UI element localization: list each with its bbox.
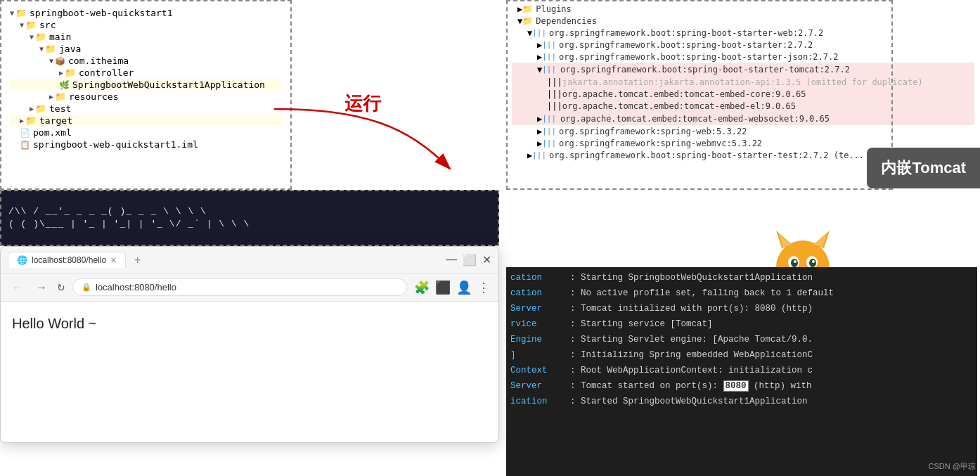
arrow-icon: ▶	[512, 52, 542, 62]
log-line-2: cation : No active profile set, falling …	[506, 285, 977, 301]
log-message: : Starting SpringbootWebQuickstart1Appli…	[570, 271, 973, 285]
dep-icon: |||	[512, 77, 562, 87]
tree-app-class[interactable]: 🌿 SpringbootWebQuickstart1Application	[10, 79, 282, 91]
tree-pom-label: pom.xml	[33, 127, 72, 138]
maximize-button[interactable]: ⬜	[463, 253, 477, 266]
tree-app-label: SpringbootWebQuickstart1Application	[72, 79, 265, 90]
dep-text: org.springframework:spring-web:5.3.22	[559, 127, 747, 136]
folder-icon: 📁	[55, 91, 66, 102]
minimize-button[interactable]: —	[446, 253, 457, 266]
log-line-6: ] : Initializing Spring embedded WebAppl…	[506, 347, 977, 363]
dep-starter-web[interactable]: ▼ ||| org.springframework.boot:spring-bo…	[512, 27, 974, 39]
back-button[interactable]: ←	[9, 280, 26, 295]
browser-toolbar: 🧩 ⬛ 👤 ⋮	[414, 280, 490, 295]
ascii-line-2: ( ( )\___ | '_ | '_| | '_ \/ _` | \ \ \	[8, 218, 491, 231]
dep-tomcat[interactable]: ▼ ||| org.springframework.boot:spring-bo…	[512, 63, 974, 76]
arrow-icon: ▶	[512, 139, 542, 148]
folder-icon: 📁	[65, 67, 76, 78]
collapse-icon: ▶	[49, 93, 53, 101]
new-tab-button[interactable]: +	[130, 254, 145, 266]
dep-icon: |||	[542, 114, 556, 123]
dep-json[interactable]: ▶ ||| org.springframework.boot:spring-bo…	[512, 51, 974, 63]
folder-icon: 📁	[25, 20, 37, 30]
dep-text: org.springframework.boot:spring-boot-sta…	[559, 64, 851, 75]
dep-embed-el[interactable]: ||| org.apache.tomcat.embed:tomcat-embed…	[512, 100, 974, 112]
refresh-button[interactable]: ↻	[57, 282, 65, 293]
target-folder-icon: 📁	[25, 115, 37, 126]
collapse-icon: ▶	[30, 105, 34, 112]
arrow-icon: ▼	[512, 16, 522, 26]
dep-starter[interactable]: ▶ ||| org.springframework.boot:spring-bo…	[512, 39, 974, 51]
dep-icon: |||	[542, 40, 556, 49]
forward-button[interactable]: →	[33, 280, 50, 295]
dep-text: org.springframework.boot:spring-boot-sta…	[559, 52, 838, 62]
browser-content: Hello World ~	[1, 302, 498, 346]
dep-text: org.apache.tomcat.embed:tomcat-embed-web…	[559, 113, 831, 124]
log-message: : Started SpringbootWebQuickstart1Applic…	[570, 394, 973, 409]
dep-embed-core[interactable]: ||| org.apache.tomcat.embed:tomcat-embed…	[512, 88, 974, 100]
tree-main[interactable]: ▼ 📁 main	[10, 31, 282, 43]
tree-controller[interactable]: ▶ 📁 controller	[10, 67, 282, 79]
dep-plugins-label: Plugins	[536, 4, 572, 14]
svg-point-13	[791, 259, 798, 267]
folder-icon: 📁	[522, 16, 533, 26]
tab-close-button[interactable]: ✕	[110, 256, 117, 265]
log-message: : Tomcat started on port(s): 8080 (http)…	[570, 379, 973, 393]
package-icon: 📦	[55, 56, 65, 66]
tree-root[interactable]: ▼ 📁 springboot-web-quickstart1	[10, 7, 282, 19]
tree-test[interactable]: ▶ 📁 test	[10, 103, 282, 115]
log-line-5: Engine : Starting Servlet engine: [Apach…	[506, 332, 977, 347]
iml-icon: 📋	[20, 140, 30, 150]
tree-test-label: test	[49, 103, 71, 114]
run-label: 运行	[344, 91, 381, 116]
svg-point-16	[812, 260, 815, 263]
tree-main-label: main	[49, 32, 71, 42]
tab-search-icon[interactable]: ⬛	[435, 280, 451, 295]
dep-text: org.springframework.boot:spring-boot-sta…	[549, 150, 864, 160]
address-text: localhost:8080/hello	[96, 282, 176, 292]
tree-com-itheima[interactable]: ▼ 📦 com.itheima	[10, 55, 282, 67]
dep-plugins[interactable]: ▶ 📁 Plugins	[512, 3, 974, 15]
arrow-icon: ▶	[512, 127, 542, 136]
tree-iml[interactable]: 📋 springboot-web-quickstart1.iml	[10, 139, 282, 150]
tree-src[interactable]: ▼ 📁 src	[10, 19, 282, 31]
log-message: : Tomcat initialized with port(s): 8080 …	[570, 302, 973, 316]
tree-target[interactable]: ▶ 📁 target	[10, 115, 282, 127]
collapse-icon: ▼	[49, 57, 53, 65]
dep-text: org.apache.tomcat.embed:tomcat-embed-cor…	[562, 89, 806, 99]
address-bar[interactable]: 🔒 localhost:8080/hello	[72, 278, 407, 296]
dep-dependencies[interactable]: ▼ 📁 Dependencies	[512, 15, 974, 27]
dep-text: org.apache.tomcat.embed:tomcat-embed-el:…	[562, 101, 796, 111]
close-window-button[interactable]: ✕	[482, 253, 491, 266]
log-category: cation	[510, 286, 570, 300]
ascii-line-1: /\\ / __'_ _ _ _( )_ _ _ \ \ \ \	[8, 205, 491, 218]
tab-site-icon: 🌐	[17, 255, 27, 265]
dep-icon: |||	[542, 65, 556, 74]
collapse-icon: ▼	[20, 21, 24, 29]
profile-icon[interactable]: 👤	[456, 280, 472, 295]
dep-annotation[interactable]: ||| jakarta.annotation:jakarta.annotatio…	[512, 76, 974, 88]
secure-icon: 🔒	[82, 283, 91, 292]
arrow-icon: ▶	[512, 114, 542, 124]
arrow-icon: ▼	[512, 28, 532, 38]
dep-spring-web[interactable]: ▶ ||| org.springframework:spring-web:5.3…	[512, 125, 974, 137]
tree-pom[interactable]: 📄 pom.xml	[10, 127, 282, 139]
collapse-icon: ▶	[20, 117, 24, 124]
menu-icon[interactable]: ⋮	[477, 280, 490, 295]
tab-label: localhost:8080/hello	[32, 255, 106, 265]
collapse-icon: ▼	[30, 33, 34, 41]
browser-addressbar: ← → ↻ 🔒 localhost:8080/hello 🧩 ⬛ 👤 ⋮	[1, 274, 498, 302]
hello-world-text: Hello World ~	[12, 316, 96, 331]
tree-resources[interactable]: ▶ 📁 resources	[10, 91, 282, 103]
dep-dependencies-label: Dependencies	[536, 16, 597, 26]
dep-icon: |||	[542, 139, 556, 148]
extensions-icon[interactable]: 🧩	[414, 280, 430, 295]
dep-embed-websocket[interactable]: ▶ ||| org.apache.tomcat.embed:tomcat-emb…	[512, 112, 974, 125]
arrow-icon: ▶	[512, 40, 542, 50]
tree-java[interactable]: ▼ 📁 java	[10, 43, 282, 55]
dep-text: org.springframework.boot:spring-boot-sta…	[549, 28, 823, 38]
log-message: : Root WebApplicationContext: initializa…	[570, 364, 973, 378]
log-message: : Initializing Spring embedded WebApplic…	[570, 348, 973, 362]
tomcat-badge: 内嵌Tomcat	[867, 148, 980, 188]
browser-tab[interactable]: 🌐 localhost:8080/hello ✕	[8, 252, 126, 268]
